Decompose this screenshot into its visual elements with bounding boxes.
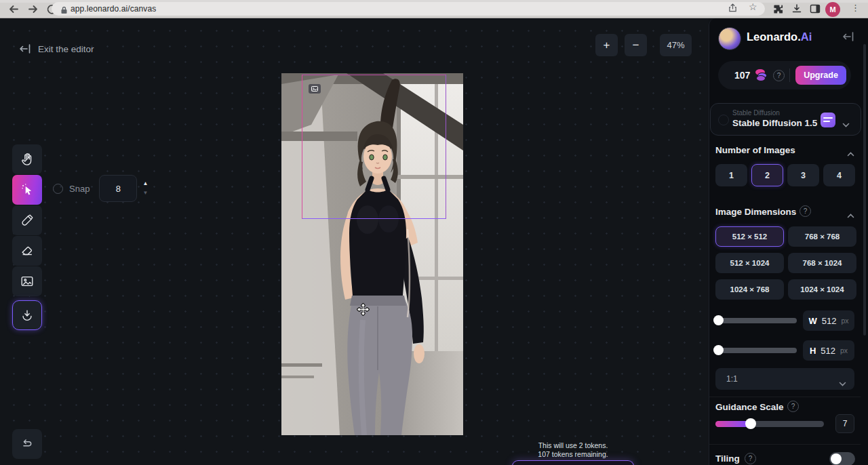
chevron-down-icon [842, 118, 850, 123]
token-usage-note: This will use 2 tokens. 107 tokens remai… [505, 441, 641, 459]
height-unit: px [840, 346, 848, 355]
sidebar-collapse-icon[interactable] [842, 31, 854, 42]
snap-step-up-icon[interactable]: ▲ [142, 181, 148, 186]
number-of-images-title: Number of Images [715, 145, 795, 155]
token-note-line1: This will use 2 tokens. [505, 441, 641, 450]
snap-step-down-icon[interactable]: ▼ [142, 190, 148, 196]
browser-chrome: app.leonardo.ai/canvas ☆ M ⋮ [0, 0, 868, 18]
brand-title: Leonardo.Ai [747, 31, 812, 43]
divider [789, 68, 790, 82]
image-tool[interactable] [12, 266, 42, 296]
browser-back-button[interactable] [8, 3, 20, 15]
number-of-images-collapse-icon[interactable] [847, 147, 854, 152]
selection-rectangle[interactable] [302, 75, 446, 219]
tiling-toggle-knob[interactable] [831, 453, 842, 464]
width-label: W [808, 316, 816, 326]
tiling-title: Tiling [715, 453, 740, 464]
undo-button[interactable] [12, 429, 42, 459]
sidebar-scrollbar[interactable] [863, 44, 866, 336]
guidance-scale-value[interactable]: 7 [835, 414, 854, 433]
select-cursor-tool[interactable] [12, 175, 42, 205]
upgrade-button[interactable]: Upgrade [795, 66, 846, 85]
tiling-help-icon[interactable]: ? [745, 453, 756, 464]
share-icon[interactable] [728, 3, 737, 12]
snap-toggle[interactable] [53, 184, 63, 194]
download-artwork-tool[interactable] [12, 300, 42, 330]
extensions-puzzle-icon[interactable] [773, 4, 783, 14]
width-value: 512 [822, 316, 837, 326]
num-images-option-1[interactable]: 1 [715, 164, 747, 186]
snap-control: Snap 8 ▲ ▼ [53, 175, 148, 202]
browser-profile-avatar[interactable]: M [825, 2, 840, 17]
browser-download-icon[interactable] [791, 3, 802, 14]
image-dimensions-collapse-icon[interactable] [847, 209, 854, 214]
num-images-option-3[interactable]: 3 [787, 164, 819, 186]
address-bar[interactable]: app.leonardo.ai/canvas [52, 2, 765, 16]
width-slider[interactable] [715, 318, 797, 323]
leonardo-logo-avatar [718, 27, 741, 50]
height-slider-handle[interactable] [713, 345, 724, 355]
dimension-option-1024x1024[interactable]: 1024 × 1024 [788, 279, 856, 300]
selection-image-badge-icon [309, 84, 321, 94]
image-dimensions-title: Image Dimensions [715, 207, 796, 217]
dimension-option-512x1024[interactable]: 512 × 1024 [715, 253, 784, 273]
prompt-bar-edge[interactable] [512, 460, 634, 465]
brand-name: Leonardo. [747, 31, 801, 43]
snap-label: Snap [69, 184, 90, 194]
guidance-scale-title: Guidance Scale [715, 402, 784, 412]
generation-sidebar: Leonardo.Ai 107 ? Upgrade Stable Diffusi… [709, 18, 868, 465]
model-label: Stable Diffusion [732, 109, 780, 117]
zoom-out-button[interactable]: − [625, 34, 647, 56]
token-help-icon[interactable]: ? [773, 70, 785, 81]
exit-editor-button[interactable]: Exit the editor [19, 41, 94, 57]
guidance-scale-slider[interactable] [715, 421, 824, 427]
arrow-left-bar-icon [19, 43, 31, 54]
canvas-area[interactable]: Exit the editor [0, 18, 709, 465]
tool-palette [12, 144, 42, 331]
image-dimensions-help-icon[interactable]: ? [800, 205, 811, 217]
eraser-tool[interactable] [12, 236, 42, 266]
token-count: 107 [734, 70, 750, 81]
snap-value: 8 [116, 184, 121, 194]
pan-hand-tool[interactable] [12, 144, 42, 174]
chevron-down-icon [839, 377, 846, 382]
coins-icon [755, 69, 769, 81]
divider [709, 444, 861, 445]
model-status-icon [718, 115, 729, 125]
model-card-icon [821, 113, 835, 127]
height-value-box[interactable]: H 512 px [803, 340, 854, 361]
brand-suffix: Ai [801, 31, 812, 43]
browser-menu-icon[interactable]: ⋮ [851, 3, 860, 13]
height-label: H [810, 346, 816, 356]
width-slider-handle[interactable] [713, 315, 724, 325]
leonardo-app: Exit the editor [0, 18, 868, 465]
tiling-toggle[interactable] [829, 452, 855, 465]
num-images-option-4[interactable]: 4 [823, 164, 855, 186]
lock-icon [60, 5, 68, 13]
exit-editor-label: Exit the editor [38, 44, 94, 54]
guidance-scale-help-icon[interactable]: ? [787, 401, 799, 412]
token-pill: 107 ? Upgrade [718, 61, 851, 89]
snap-value-input[interactable]: 8 [99, 175, 137, 202]
divider [709, 397, 861, 397]
width-value-box[interactable]: W 512 px [803, 310, 854, 331]
browser-forward-button[interactable] [27, 3, 39, 15]
aspect-ratio-dropdown[interactable]: 1:1 [715, 368, 854, 390]
paint-brush-tool[interactable] [12, 205, 42, 235]
dimension-option-768x768[interactable]: 768 × 768 [788, 226, 856, 247]
model-select-dropdown[interactable]: Stable Diffusion Stable Diffusion 1.5 [710, 103, 861, 136]
guidance-scale-handle[interactable] [745, 418, 756, 429]
model-value: Stable Diffusion 1.5 [732, 118, 817, 128]
height-value: 512 [821, 346, 835, 356]
height-slider[interactable] [715, 348, 797, 353]
token-note-line2: 107 tokens remaining. [505, 450, 641, 459]
zoom-in-button[interactable]: + [595, 34, 618, 56]
move-cursor-icon [357, 303, 370, 316]
dimension-option-768x1024[interactable]: 768 × 1024 [788, 253, 856, 273]
dimension-option-1024x768[interactable]: 1024 × 768 [715, 279, 784, 300]
dimension-option-512x512[interactable]: 512 × 512 [715, 226, 784, 247]
zoom-level-indicator[interactable]: 47% [660, 34, 692, 56]
num-images-option-2[interactable]: 2 [751, 164, 783, 186]
bookmark-star-icon[interactable]: ☆ [749, 1, 757, 10]
side-panel-icon[interactable] [810, 3, 821, 14]
